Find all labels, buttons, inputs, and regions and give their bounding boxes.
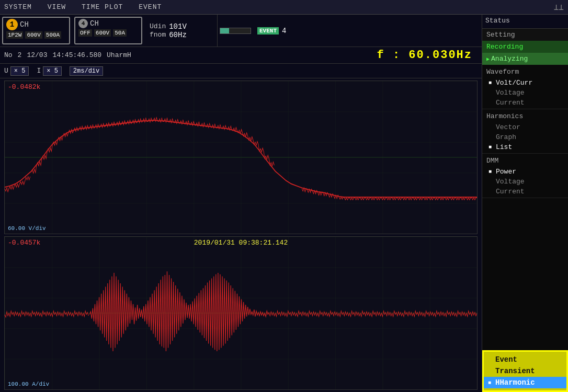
- event-number: 4: [282, 27, 286, 35]
- ch1-circle: 1: [6, 19, 18, 30]
- setting-button[interactable]: Setting: [482, 29, 568, 41]
- status-section: Status: [482, 15, 568, 29]
- ch4-circle: 4: [78, 19, 88, 28]
- power-label: Power: [496, 168, 516, 176]
- dmm-title: DMM: [486, 157, 564, 165]
- u-label: U: [4, 67, 8, 75]
- event-block: EVENT 4: [253, 15, 290, 47]
- ch1-block: 1 CH 1P2W 600V 500A: [2, 17, 70, 44]
- voltcurr-label: Volt/Curr: [496, 79, 532, 87]
- ch1-label: CH: [20, 20, 29, 29]
- dmm-section: DMM ■ Power Voltage Current: [482, 154, 568, 198]
- ch1-mode: 1P2W: [6, 31, 23, 39]
- waveform-current[interactable]: Current: [486, 98, 564, 108]
- status-title: Status: [485, 17, 565, 25]
- analyzing-arrow: ▶: [486, 56, 490, 62]
- voltcurr-bullet: ■: [489, 80, 496, 86]
- antenna-icon: ⊥⊥: [554, 2, 564, 13]
- freq-display: f : 60.030Hz: [377, 49, 478, 62]
- fnom-label: fnom: [150, 31, 166, 39]
- scale-bar: U × 5 I × 5 2ms/div: [0, 64, 482, 78]
- u-val: × 5: [10, 66, 29, 76]
- waveform2-scale: 100.00 A/div: [8, 381, 49, 387]
- event-transient-label: Transient: [495, 367, 535, 375]
- waveform2-label: -0.0457k: [8, 239, 40, 247]
- record-no: No: [4, 51, 13, 59]
- menu-system[interactable]: SYSTEM: [4, 3, 32, 11]
- harmonics-title: Harmonics: [486, 112, 564, 120]
- waveform-panel-lower: -0.0457k 2019/01/31 09:38:21.142 100.00 …: [4, 236, 478, 390]
- waveform1-label: -0.0482k: [8, 83, 40, 91]
- voltage-label: Voltage: [496, 89, 525, 97]
- event-event-row[interactable]: Event: [484, 354, 566, 365]
- record-mode: UharmH: [107, 51, 131, 59]
- dmm-power[interactable]: ■ Power: [486, 167, 564, 177]
- info-bar: No 2 12/03 14:45:46.580 UharmH f : 60.03…: [0, 47, 482, 64]
- spacer: [482, 198, 568, 350]
- menu-view[interactable]: VIEW: [48, 3, 66, 11]
- harmonics-section: Harmonics Vector Graph ■ List: [482, 109, 568, 154]
- i-val: × 5: [43, 66, 62, 76]
- time-val: 2ms/div: [70, 66, 103, 76]
- udin-value: 101V: [169, 22, 187, 31]
- center-area: 1 CH 1P2W 600V 500A 4 CH OFF 600V: [0, 15, 482, 392]
- waveform-area: -0.0482k 60.00 V/div: [0, 78, 482, 392]
- dmm-current-label: Current: [496, 188, 525, 195]
- ch1-voltage: 600V: [25, 31, 42, 39]
- waveform-voltcurr[interactable]: ■ Volt/Curr: [486, 78, 564, 88]
- event-hharmonic-bullet: ■: [488, 380, 495, 386]
- analyzing-button[interactable]: ▶ Analyzing: [482, 53, 568, 65]
- ch4-current: 50A: [113, 29, 127, 37]
- harmonics-list[interactable]: ■ List: [486, 142, 564, 152]
- waveform-section: Waveform ■ Volt/Curr Voltage Current: [482, 65, 568, 109]
- harmonics-vector[interactable]: Vector: [486, 122, 564, 132]
- udin-label: Udin: [150, 22, 166, 30]
- record-time: 14:45:46.580: [52, 51, 101, 59]
- ch4-mode: OFF: [78, 29, 92, 37]
- event-hharmonic-row[interactable]: ■ HHarmonic: [484, 377, 566, 388]
- ch1-current: 500A: [44, 31, 61, 39]
- i-scale-item: I × 5: [37, 66, 61, 76]
- harmonics-graph[interactable]: Graph: [486, 132, 564, 142]
- vector-label: Vector: [496, 123, 520, 131]
- current-label: Current: [496, 99, 525, 107]
- time-scale-item: 2ms/div: [70, 66, 103, 76]
- event-event-label: Event: [495, 355, 517, 364]
- event-badge: EVENT: [257, 27, 279, 34]
- menu-bar: SYSTEM VIEW TIME PLOT EVENT ⊥⊥: [0, 0, 568, 15]
- ch4-voltage: 600V: [94, 29, 111, 37]
- menu-timeplot[interactable]: TIME PLOT: [82, 3, 123, 11]
- list-bullet: ■: [489, 144, 496, 150]
- u-scale-item: U × 5: [4, 66, 29, 76]
- progress-bar: [220, 28, 251, 34]
- list-label: List: [496, 143, 512, 151]
- ch4-label: CH: [90, 19, 99, 28]
- i-label: I: [37, 67, 41, 75]
- waveform1-scale: 60.00 V/div: [8, 225, 46, 232]
- waveform-title: Waveform: [486, 68, 564, 76]
- header-bar: 1 CH 1P2W 600V 500A 4 CH OFF 600V: [0, 15, 482, 47]
- event-transient-row[interactable]: Transient: [484, 365, 566, 377]
- waveform2-svg: [5, 237, 477, 389]
- record-date: 12/03: [27, 51, 47, 59]
- record-num: 2: [18, 51, 22, 59]
- power-bullet: ■: [489, 169, 496, 175]
- ch4-block: 4 CH OFF 600V 50A: [74, 17, 142, 44]
- graph-label: Graph: [496, 133, 516, 141]
- right-sidebar: Status Setting Recording ▶ Analyzing Wav…: [482, 15, 568, 392]
- event-hharmonic-label: HHarmonic: [495, 378, 535, 387]
- dmm-current[interactable]: Current: [486, 187, 564, 197]
- waveform-panel-upper: -0.0482k 60.00 V/div: [4, 80, 478, 234]
- fnom-value: 60Hz: [169, 31, 187, 39]
- waveform2-timestamp: 2019/01/31 09:38:21.142: [194, 239, 288, 247]
- bottom-event-panel: Event Transient ■ HHarmonic: [482, 350, 568, 392]
- waveform-voltage[interactable]: Voltage: [486, 88, 564, 98]
- progress-container: [218, 15, 253, 47]
- recording-button[interactable]: Recording: [482, 41, 568, 53]
- menu-event[interactable]: EVENT: [139, 3, 162, 11]
- dmm-voltage[interactable]: Voltage: [486, 177, 564, 187]
- udin-block: Udin 101V fnom 60Hz: [144, 15, 218, 47]
- waveform1-svg: [5, 81, 477, 234]
- main-layout: 1 CH 1P2W 600V 500A 4 CH OFF 600V: [0, 15, 568, 392]
- dmm-voltage-label: Voltage: [496, 178, 525, 186]
